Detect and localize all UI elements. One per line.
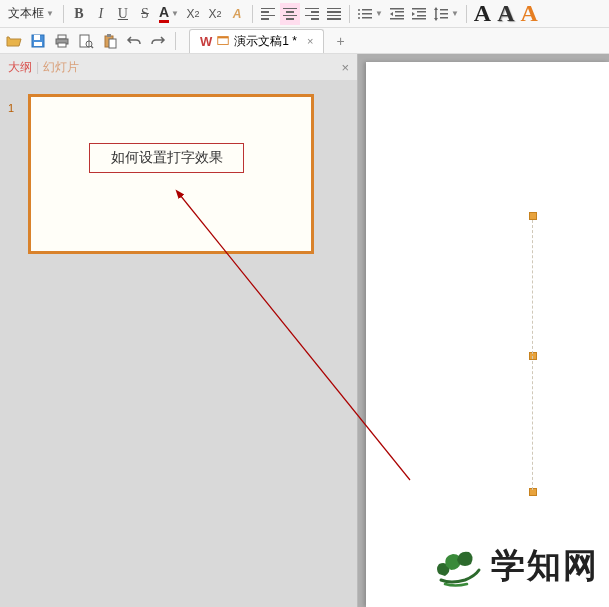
align-right-button[interactable] xyxy=(302,3,322,25)
svg-rect-27 xyxy=(58,43,66,47)
separator xyxy=(175,32,176,50)
align-center-button[interactable] xyxy=(280,3,300,25)
svg-rect-8 xyxy=(395,11,404,13)
tab-close-button[interactable]: × xyxy=(307,35,313,47)
svg-point-0 xyxy=(358,9,360,11)
wps-logo-icon: W xyxy=(200,34,212,49)
text-style-1[interactable]: A xyxy=(472,3,493,25)
underline-button[interactable]: U xyxy=(113,3,133,25)
svg-line-30 xyxy=(91,46,93,48)
svg-rect-14 xyxy=(417,15,426,17)
bold-button[interactable]: B xyxy=(69,3,89,25)
subscript-button[interactable]: X2 xyxy=(205,3,225,25)
new-tab-button[interactable]: + xyxy=(336,33,344,49)
line-spacing-button[interactable]: ▼ xyxy=(431,3,461,25)
formatting-toolbar: 文本框 ▼ B I U S A ▼ X2 X2 A ▼ ▼ xyxy=(0,0,609,28)
align-justify-button[interactable] xyxy=(324,3,344,25)
paste-button[interactable] xyxy=(100,30,120,52)
redo-button[interactable] xyxy=(148,30,168,52)
canvas-area xyxy=(358,54,609,607)
svg-rect-1 xyxy=(362,9,372,11)
svg-marker-18 xyxy=(434,18,438,21)
svg-rect-23 xyxy=(34,35,40,40)
separator xyxy=(466,5,467,23)
bullets-button[interactable]: ▼ xyxy=(355,3,385,25)
svg-rect-11 xyxy=(412,8,426,10)
clear-format-button[interactable]: A xyxy=(227,3,247,25)
svg-rect-10 xyxy=(390,18,404,20)
svg-point-2 xyxy=(358,13,360,15)
quick-access-toolbar: W 演示文稿1 * × + xyxy=(0,28,609,54)
strikethrough-button[interactable]: S xyxy=(135,3,155,25)
svg-marker-12 xyxy=(412,12,415,16)
selection-handle[interactable] xyxy=(529,212,537,220)
watermark-text: 学知网 xyxy=(491,543,599,589)
decrease-indent-button[interactable] xyxy=(387,3,407,25)
chevron-down-icon: ▼ xyxy=(375,9,383,18)
outline-tab[interactable]: 大纲 xyxy=(8,59,32,76)
text-style-3[interactable]: A xyxy=(519,3,540,25)
slide-panel: 大纲 | 幻灯片 × 1 如何设置打字效果 xyxy=(0,54,358,607)
svg-rect-19 xyxy=(440,9,448,11)
svg-marker-7 xyxy=(390,12,393,16)
selection-edge xyxy=(532,220,533,490)
slide-canvas[interactable] xyxy=(366,62,609,607)
slide-thumbnail[interactable]: 如何设置打字效果 xyxy=(28,94,314,254)
selection-handle[interactable] xyxy=(529,352,537,360)
svg-point-4 xyxy=(358,17,360,19)
text-style-2[interactable]: A xyxy=(495,3,516,25)
svg-rect-24 xyxy=(34,42,42,46)
superscript-button[interactable]: X2 xyxy=(183,3,203,25)
slides-tab[interactable]: 幻灯片 xyxy=(43,59,79,76)
font-color-icon: A xyxy=(159,4,169,23)
svg-rect-17 xyxy=(435,9,437,19)
svg-rect-13 xyxy=(417,11,426,13)
separator xyxy=(349,5,350,23)
svg-rect-15 xyxy=(412,18,426,20)
svg-rect-33 xyxy=(109,39,116,48)
svg-rect-32 xyxy=(107,34,111,37)
svg-rect-6 xyxy=(390,8,404,10)
svg-rect-5 xyxy=(362,17,372,19)
svg-rect-35 xyxy=(218,37,229,39)
presentation-icon xyxy=(216,34,230,48)
undo-button[interactable] xyxy=(124,30,144,52)
save-button[interactable] xyxy=(28,30,48,52)
panel-close-button[interactable]: × xyxy=(341,60,349,75)
print-button[interactable] xyxy=(52,30,72,52)
svg-rect-3 xyxy=(362,13,372,15)
main-area: 大纲 | 幻灯片 × 1 如何设置打字效果 xyxy=(0,54,609,607)
print-preview-button[interactable] xyxy=(76,30,96,52)
textbox-dropdown[interactable]: 文本框 ▼ xyxy=(4,3,58,25)
selection-handle[interactable] xyxy=(529,488,537,496)
separator: | xyxy=(36,60,39,74)
textbox-label: 文本框 xyxy=(8,5,44,22)
panel-tabs: 大纲 | 幻灯片 × xyxy=(0,54,357,80)
tab-title: 演示文稿1 * xyxy=(234,33,297,50)
separator xyxy=(252,5,253,23)
increase-indent-button[interactable] xyxy=(409,3,429,25)
document-tab[interactable]: W 演示文稿1 * × xyxy=(189,29,324,53)
open-button[interactable] xyxy=(4,30,24,52)
chevron-down-icon: ▼ xyxy=(46,9,54,18)
font-color-button[interactable]: A ▼ xyxy=(157,3,181,25)
align-left-button[interactable] xyxy=(258,3,278,25)
slide-textbox: 如何设置打字效果 xyxy=(89,143,244,173)
thumbnail-area: 1 如何设置打字效果 xyxy=(0,80,357,607)
watermark-logo-icon xyxy=(431,544,483,588)
chevron-down-icon: ▼ xyxy=(171,9,179,18)
svg-rect-20 xyxy=(440,13,448,15)
watermark: 学知网 xyxy=(431,543,599,589)
italic-button[interactable]: I xyxy=(91,3,111,25)
separator xyxy=(63,5,64,23)
svg-rect-9 xyxy=(395,15,404,17)
svg-rect-21 xyxy=(440,17,448,19)
chevron-down-icon: ▼ xyxy=(451,9,459,18)
svg-rect-25 xyxy=(58,35,66,39)
slide-number: 1 xyxy=(8,102,14,114)
